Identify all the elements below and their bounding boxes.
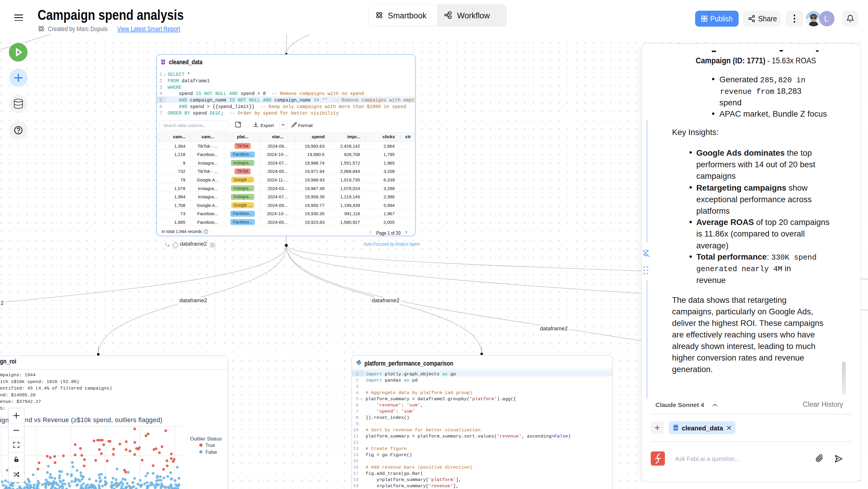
svg-text:SQL: SQL (161, 61, 165, 63)
svg-text:SQL: SQL (674, 427, 678, 429)
